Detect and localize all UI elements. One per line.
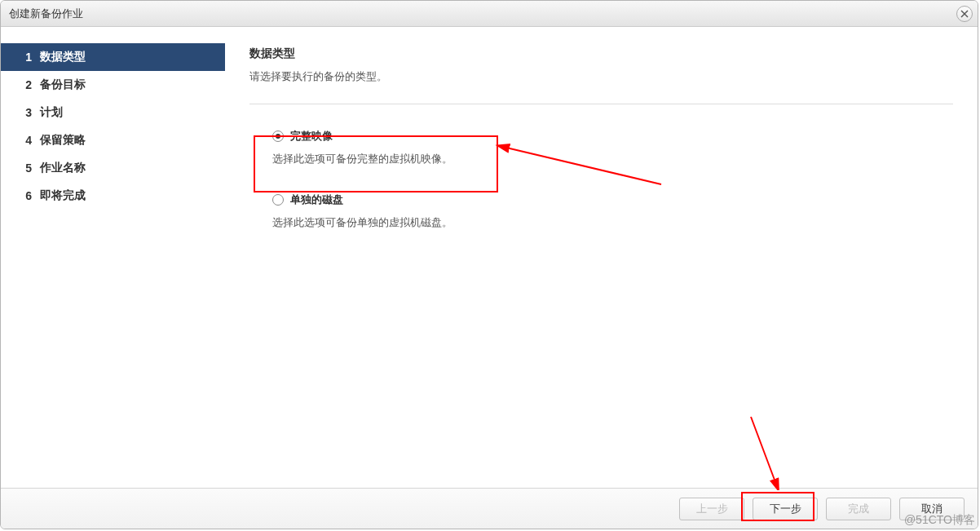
wizard-sidebar: 1 数据类型 2 备份目标 3 计划 4 保留策略 5 作业名称 6 即将完成: [1, 27, 225, 488]
step-number: 6: [20, 189, 32, 202]
step-label: 计划: [40, 105, 63, 120]
close-button[interactable]: [956, 6, 973, 22]
option-individual-disk[interactable]: 单独的磁盘 选择此选项可备份单独的虚拟机磁盘。: [272, 192, 953, 230]
step-job-name[interactable]: 5 作业名称: [1, 154, 225, 182]
step-label: 保留策略: [40, 133, 86, 148]
close-icon: [960, 10, 969, 18]
finish-button: 完成: [826, 498, 891, 520]
step-data-type[interactable]: 1 数据类型: [1, 43, 225, 71]
prev-button: 上一步: [679, 498, 744, 520]
main-panel: 数据类型 请选择要执行的备份的类型。 完整映像 选择此选项可备份完整的虚拟机映像…: [225, 27, 978, 488]
page-subtitle: 请选择要执行的备份的类型。: [249, 69, 953, 84]
dialog-footer: 上一步 下一步 完成 取消: [1, 488, 978, 529]
step-label: 即将完成: [40, 188, 86, 203]
step-retention[interactable]: 4 保留策略: [1, 126, 225, 154]
option-description: 选择此选项可备份完整的虚拟机映像。: [272, 152, 953, 166]
title-bar: 创建新备份作业: [1, 1, 978, 27]
step-label: 备份目标: [40, 77, 86, 92]
option-label: 单独的磁盘: [290, 192, 343, 207]
watermark: @51CTO博客: [904, 513, 975, 528]
step-number: 5: [20, 162, 32, 175]
step-label: 数据类型: [40, 50, 86, 64]
divider: [249, 104, 953, 104]
step-backup-target[interactable]: 2 备份目标: [1, 71, 225, 99]
step-number: 4: [20, 134, 32, 147]
step-number: 3: [20, 106, 32, 119]
next-button[interactable]: 下一步: [753, 498, 818, 520]
option-full-image[interactable]: 完整映像 选择此选项可备份完整的虚拟机映像。: [272, 129, 953, 166]
dialog-body: 1 数据类型 2 备份目标 3 计划 4 保留策略 5 作业名称 6 即将完成: [1, 27, 978, 488]
dialog-title: 创建新备份作业: [9, 7, 83, 21]
step-number: 2: [20, 78, 32, 91]
step-number: 1: [20, 51, 32, 64]
step-schedule[interactable]: 3 计划: [1, 99, 225, 126]
radio-individual-disk[interactable]: [272, 194, 284, 206]
step-label: 作业名称: [40, 161, 86, 175]
option-label: 完整映像: [290, 129, 333, 144]
step-ready[interactable]: 6 即将完成: [1, 182, 225, 210]
option-group: 完整映像 选择此选项可备份完整的虚拟机映像。 单独的磁盘 选择此选项可备份单独的…: [249, 129, 953, 230]
dialog-window: 创建新备份作业 1 数据类型 2 备份目标 3 计划 4 保留策: [0, 0, 978, 529]
radio-full-image[interactable]: [272, 131, 284, 142]
page-title: 数据类型: [249, 46, 953, 61]
option-description: 选择此选项可备份单独的虚拟机磁盘。: [272, 215, 953, 230]
